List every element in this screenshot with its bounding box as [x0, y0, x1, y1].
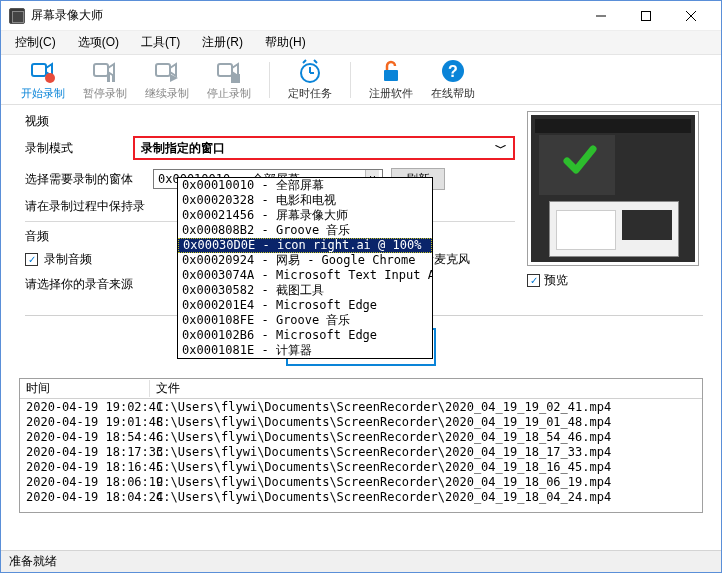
check-icon: ✓ — [527, 274, 540, 287]
svg-rect-9 — [156, 64, 170, 76]
clock-icon — [297, 58, 323, 84]
dropdown-item[interactable]: 0x000808B2 - Groove 音乐 — [178, 223, 432, 238]
check-icon: ✓ — [25, 253, 38, 266]
table-row[interactable]: 2020-04-19 18:06:19C:\Users\flywi\Docume… — [20, 474, 702, 489]
close-button[interactable] — [668, 2, 713, 30]
camera-play-icon — [154, 58, 180, 84]
svg-rect-8 — [112, 74, 115, 82]
titlebar: 屏幕录像大师 — [1, 1, 721, 31]
svg-rect-11 — [231, 74, 240, 83]
select-window-label: 选择需要录制的窗体 — [25, 171, 145, 188]
maximize-button[interactable] — [623, 2, 668, 30]
menu-register[interactable]: 注册(R) — [198, 32, 247, 53]
dropdown-item[interactable]: 0x00010010 - 全部屏幕 — [178, 178, 432, 193]
dropdown-item[interactable]: 0x00030D0E - icon right.ai @ 100% (RG — [178, 238, 432, 253]
status-text: 准备就绪 — [9, 553, 57, 570]
svg-rect-1 — [641, 11, 650, 20]
start-record-button[interactable]: 开始录制 — [21, 58, 65, 101]
schedule-button[interactable]: 定时任务 — [288, 58, 332, 101]
separator — [350, 62, 351, 98]
register-software-button[interactable]: 注册软件 — [369, 58, 413, 101]
toolbar: 开始录制 暂停录制 继续录制 停止录制 定时任务 注册软件 ? 在线帮助 — [1, 55, 721, 105]
help-icon: ? — [440, 58, 466, 84]
dropdown-item[interactable]: 0x00020328 - 电影和电视 — [178, 193, 432, 208]
keep-note-left: 请在录制过程中保持录 — [25, 198, 145, 215]
svg-rect-7 — [107, 74, 110, 82]
menu-control[interactable]: 控制(C) — [11, 32, 60, 53]
audio-source-label: 请选择你的录音来源 — [25, 276, 145, 293]
dropdown-item[interactable]: 0x0003074A - Microsoft Text Input App — [178, 268, 432, 283]
preview-panel — [527, 111, 699, 266]
stop-record-button[interactable]: 停止录制 — [207, 58, 251, 101]
table-row[interactable]: 2020-04-19 19:01:48C:\Users\flywi\Docume… — [20, 414, 702, 429]
dropdown-item[interactable]: 0x00021456 - 屏幕录像大师 — [178, 208, 432, 223]
resume-record-button[interactable]: 继续录制 — [145, 58, 189, 101]
dropdown-item[interactable]: 0x000201E4 - Microsoft Edge — [178, 298, 432, 313]
table-row[interactable]: 2020-04-19 19:02:41C:\Users\flywi\Docume… — [20, 399, 702, 414]
chevron-down-icon: ﹀ — [495, 140, 507, 157]
camera-stop-icon — [216, 58, 242, 84]
svg-rect-10 — [218, 64, 232, 76]
record-mode-select[interactable]: 录制指定的窗口 ﹀ — [133, 136, 515, 160]
svg-rect-6 — [94, 64, 108, 76]
record-mode-label: 录制模式 — [25, 140, 125, 157]
table-row[interactable]: 2020-04-19 18:54:46C:\Users\flywi\Docume… — [20, 429, 702, 444]
svg-text:?: ? — [448, 63, 458, 80]
column-file[interactable]: 文件 — [150, 380, 702, 397]
dropdown-item[interactable]: 0x000108FE - Groove 音乐 — [178, 313, 432, 328]
minimize-button[interactable] — [578, 2, 623, 30]
pause-record-button[interactable]: 暂停录制 — [83, 58, 127, 101]
dropdown-item[interactable]: 0x000102B6 - Microsoft Edge — [178, 328, 432, 343]
online-help-button[interactable]: ? 在线帮助 — [431, 58, 475, 101]
dropdown-item[interactable]: 0x00020924 - 网易 - Google Chrome — [178, 253, 432, 268]
svg-point-5 — [45, 73, 55, 83]
svg-rect-4 — [32, 64, 46, 76]
menu-help[interactable]: 帮助(H) — [261, 32, 310, 53]
app-icon — [9, 8, 25, 24]
separator — [269, 62, 270, 98]
check-ok-icon — [563, 143, 597, 177]
preview-image — [531, 115, 695, 262]
svg-rect-15 — [384, 70, 398, 81]
menu-tools[interactable]: 工具(T) — [137, 32, 184, 53]
dropdown-item[interactable]: 0x0001081E - 计算器 — [178, 343, 432, 358]
status-bar: 准备就绪 — [1, 550, 721, 572]
video-group-label: 视频 — [25, 113, 515, 130]
column-time[interactable]: 时间 — [20, 380, 150, 397]
window-list-dropdown[interactable]: 0x00010010 - 全部屏幕0x00020328 - 电影和电视0x000… — [177, 177, 433, 359]
table-row[interactable]: 2020-04-19 18:16:45C:\Users\flywi\Docume… — [20, 459, 702, 474]
window-title: 屏幕录像大师 — [31, 7, 578, 24]
preview-checkbox[interactable]: ✓ 预览 — [527, 272, 703, 289]
table-row[interactable]: 2020-04-19 18:17:33C:\Users\flywi\Docume… — [20, 444, 702, 459]
recording-list[interactable]: 时间 文件 2020-04-19 19:02:41C:\Users\flywi\… — [19, 378, 703, 513]
camera-pause-icon — [92, 58, 118, 84]
menubar: 控制(C) 选项(O) 工具(T) 注册(R) 帮助(H) — [1, 31, 721, 55]
menu-options[interactable]: 选项(O) — [74, 32, 123, 53]
unlock-icon — [378, 58, 404, 84]
table-row[interactable]: 2020-04-19 18:04:24C:\Users\flywi\Docume… — [20, 489, 702, 504]
dropdown-item[interactable]: 0x00030582 - 截图工具 — [178, 283, 432, 298]
camera-record-icon — [30, 58, 56, 84]
